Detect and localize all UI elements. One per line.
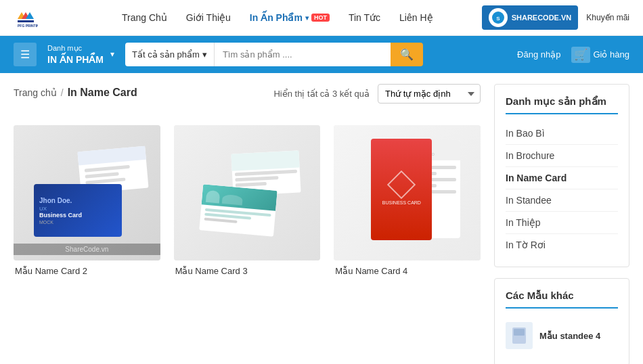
cart-button[interactable]: 🛒 Giỏ hàng xyxy=(571,47,629,63)
product-card-3[interactable]: JOHN DEO BUSINESS CARD xyxy=(334,125,481,276)
card3-background: JOHN DEO BUSINESS CARD xyxy=(334,125,481,260)
watermark-1: ShareCode.vn xyxy=(14,244,160,255)
search-category-dropdown[interactable]: Tất cả sản phẩm ▾ xyxy=(125,43,215,66)
svg-rect-10 xyxy=(514,329,525,336)
nav-trang-chu[interactable]: Trang Chủ xyxy=(122,12,167,23)
card3-diamond-icon xyxy=(387,170,416,198)
card2-background xyxy=(174,125,321,260)
login-button[interactable]: Đăng nhập xyxy=(517,49,560,60)
card1-main: Jhon Doe. UX Business Card MOCK xyxy=(34,184,122,237)
other-item-standee-4[interactable]: Mẫu standee 4 xyxy=(506,317,618,355)
cart-icon: 🛒 xyxy=(571,47,590,63)
sidebar-other-title: Các Mẫu khác xyxy=(506,290,618,309)
category-chevron-icon: ▾ xyxy=(110,49,114,59)
sidebar-item-in-standee[interactable]: In Standee xyxy=(506,189,618,212)
sidebar-item-in-to-roi[interactable]: In Tờ Rơi xyxy=(506,234,618,256)
product-name-1: Mẫu Name Card 2 xyxy=(14,266,160,276)
card2-front xyxy=(199,184,278,236)
breadcrumb-home[interactable]: Trang chủ xyxy=(14,87,57,98)
sharecode-logo[interactable]: S SHARECODE.VN xyxy=(482,5,579,30)
other-item-image xyxy=(506,322,533,349)
nav-gioi-thieu[interactable]: Giới Thiệu xyxy=(186,12,231,23)
sidebar-other-box: Các Mẫu khác Mẫu standee 4 xyxy=(494,278,629,364)
nav-right-buttons: Đăng nhập 🛒 Giỏ hàng xyxy=(517,47,629,63)
hot-badge: HOT xyxy=(311,14,330,22)
hamburger-button[interactable]: ☰ xyxy=(14,43,37,66)
site-name: SHARECODE.VN xyxy=(512,14,572,22)
sidebar-category-title: Danh mục sản phẩm xyxy=(506,95,618,114)
product-card-2[interactable]: Mẫu Name Card 3 xyxy=(174,125,321,276)
main-content: Trang chủ / In Name Card Hiển thị tất cả… xyxy=(14,84,481,364)
card3-front: BUSINESS CARD xyxy=(371,139,432,240)
sharecode-icon: S xyxy=(489,8,508,27)
product-image-1: Jhon Doe. UX Business Card MOCK ShareCod… xyxy=(14,125,160,260)
content-area: Trang chủ / In Name Card Hiển thị tất cả… xyxy=(0,73,643,364)
svg-text:S: S xyxy=(496,16,500,22)
logo-icon: PFG PRINTING xyxy=(14,5,38,30)
category-label-area: Danh mục IN ẤN PHẨM ▾ xyxy=(47,43,114,65)
logo-area[interactable]: PFG PRINTING xyxy=(14,5,95,30)
sidebar: Danh mục sản phẩm In Bao Bì In Brochure … xyxy=(494,84,629,364)
search-area: Tất cả sản phẩm ▾ 🔍 xyxy=(125,43,423,66)
product-image-3: JOHN DEO BUSINESS CARD xyxy=(334,125,481,260)
product-grid: Jhon Doe. UX Business Card MOCK ShareCod… xyxy=(14,125,481,276)
product-name-2: Mẫu Name Card 3 xyxy=(174,266,321,276)
sidebar-item-in-thiep[interactable]: In Thiệp xyxy=(506,212,618,234)
product-name-3: Mẫu Name Card 4 xyxy=(334,266,481,276)
promo-label[interactable]: Khuyến mãi xyxy=(586,13,629,22)
search-category-chevron-icon: ▾ xyxy=(202,49,207,60)
search-input[interactable] xyxy=(215,43,391,66)
search-button[interactable]: 🔍 xyxy=(391,43,423,66)
sort-select[interactable]: Thứ tự mặc định Giá: Thấp đến Cao Giá: C… xyxy=(378,84,481,104)
breadcrumb: Trang chủ / In Name Card xyxy=(14,87,137,99)
top-right-area: S SHARECODE.VN Khuyến mãi xyxy=(482,5,629,30)
product-card-1[interactable]: Jhon Doe. UX Business Card MOCK ShareCod… xyxy=(14,125,160,276)
svg-text:PFG PRINTING: PFG PRINTING xyxy=(18,24,38,28)
breadcrumb-current: In Name Card xyxy=(68,87,137,99)
blue-search-bar: ☰ Danh mục IN ẤN PHẨM ▾ Tất cả sản phẩm … xyxy=(0,36,643,73)
main-menu: Trang Chủ Giới Thiệu In Ấn Phẩm ▾ HOT Ti… xyxy=(122,12,482,23)
sidebar-item-in-bao-bi[interactable]: In Bao Bì xyxy=(506,122,618,145)
svg-rect-4 xyxy=(18,20,34,22)
nav-lien-he[interactable]: Liên Hệ xyxy=(399,12,433,23)
nav-in-an-pham[interactable]: In Ấn Phẩm ▾ HOT xyxy=(250,12,330,23)
sidebar-item-in-name-card[interactable]: In Name Card xyxy=(506,167,618,189)
dropdown-arrow-icon: ▾ xyxy=(305,14,309,22)
other-item-name: Mẫu standee 4 xyxy=(539,331,600,341)
sidebar-item-in-brochure[interactable]: In Brochure xyxy=(506,145,618,167)
nav-tin-tuc[interactable]: Tin Tức xyxy=(349,12,380,23)
card1-background: Jhon Doe. UX Business Card MOCK ShareCod… xyxy=(14,125,160,260)
product-image-2 xyxy=(174,125,321,260)
category-label: Danh mục IN ẤN PHẨM xyxy=(47,43,104,65)
breadcrumb-separator: / xyxy=(61,87,64,98)
result-count: Hiển thị tất cả 3 kết quả xyxy=(273,89,370,99)
filter-bar: Hiển thị tất cả 3 kết quả Thứ tự mặc địn… xyxy=(273,84,481,104)
top-navigation: PFG PRINTING Trang Chủ Giới Thiệu In Ấn … xyxy=(0,0,643,36)
sidebar-category-box: Danh mục sản phẩm In Bao Bì In Brochure … xyxy=(494,84,629,267)
